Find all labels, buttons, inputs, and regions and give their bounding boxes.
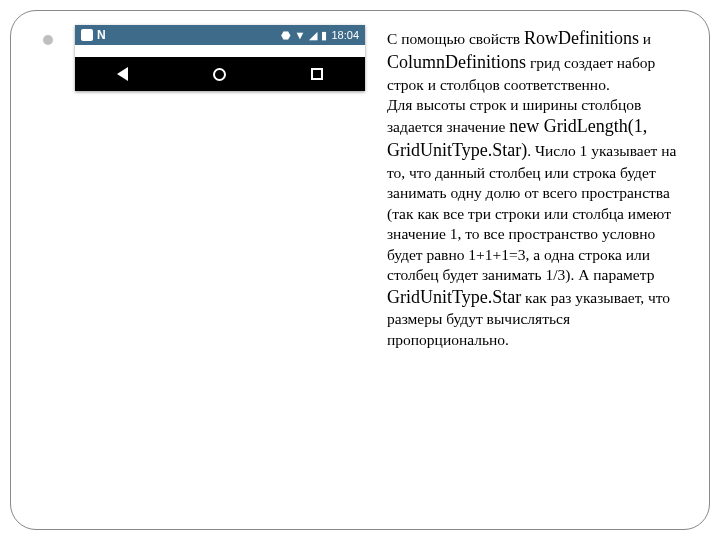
description-text: С помощью свойств RowDefinitions и Colum… bbox=[387, 25, 691, 515]
slide-frame: N ⬣ ▼ ◢ ▮ 18:04 bbox=[10, 10, 710, 530]
status-left: N bbox=[81, 28, 106, 42]
text: С помощью свойств bbox=[387, 30, 524, 47]
status-right: ⬣ ▼ ◢ ▮ 18:04 bbox=[281, 29, 359, 42]
signal-icon: ◢ bbox=[309, 29, 317, 42]
app-icon bbox=[81, 29, 93, 41]
status-bar: N ⬣ ▼ ◢ ▮ 18:04 bbox=[75, 25, 365, 45]
back-icon[interactable] bbox=[117, 67, 128, 81]
wifi-icon: ▼ bbox=[295, 29, 306, 41]
nav-bar bbox=[75, 57, 365, 91]
battery-icon: ▮ bbox=[321, 29, 327, 42]
home-icon[interactable] bbox=[213, 68, 226, 81]
text: и bbox=[639, 30, 651, 47]
system-icon: ⬣ bbox=[281, 29, 291, 42]
code-term: GridUnitType.Star bbox=[387, 287, 521, 307]
code-term: ColumnDefinitions bbox=[387, 52, 526, 72]
text: . Число 1 указывает на то, что данный ст… bbox=[387, 142, 676, 283]
color-grid bbox=[75, 45, 365, 57]
code-term: RowDefinitions bbox=[524, 28, 639, 48]
notification-icon: N bbox=[97, 28, 106, 42]
recent-icon[interactable] bbox=[311, 68, 323, 80]
phone-column: N ⬣ ▼ ◢ ▮ 18:04 bbox=[33, 25, 365, 515]
phone-mockup: N ⬣ ▼ ◢ ▮ 18:04 bbox=[75, 25, 365, 91]
bullet-decoration bbox=[43, 35, 53, 45]
clock: 18:04 bbox=[331, 29, 359, 41]
